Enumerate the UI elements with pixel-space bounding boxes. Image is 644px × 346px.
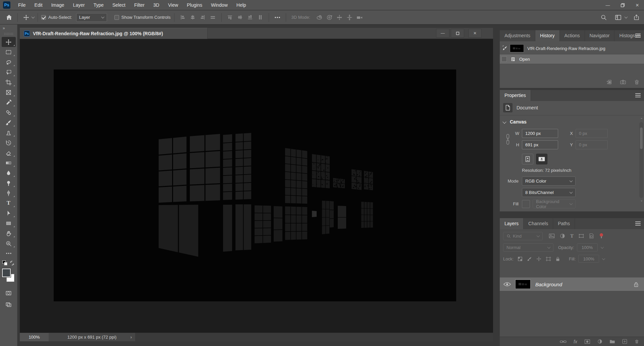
swap-colors-icon[interactable]	[9, 260, 15, 266]
tool-dodge[interactable]	[2, 178, 16, 188]
menu-file[interactable]: File	[14, 0, 30, 10]
menu-3d[interactable]: 3D	[149, 0, 164, 10]
landscape-orientation-button[interactable]	[536, 154, 547, 164]
menu-type[interactable]: Type	[89, 0, 108, 10]
tool-rectangle-shape[interactable]	[2, 218, 16, 228]
align-top-button[interactable]	[225, 12, 235, 22]
tab-channels[interactable]: Channels	[524, 218, 553, 229]
tool-eyedropper[interactable]	[2, 97, 16, 107]
tab-properties[interactable]: Properties	[500, 90, 531, 101]
canvas[interactable]	[54, 69, 456, 301]
move-options-chevron[interactable]	[32, 15, 35, 18]
delete-layer-icon[interactable]	[634, 339, 639, 344]
height-input[interactable]: 691 px	[522, 140, 558, 149]
kind-filter-dropdown[interactable]: Kind	[503, 232, 543, 240]
tool-gradient[interactable]	[2, 158, 16, 168]
history-source-well[interactable]	[501, 56, 507, 62]
layer-row-background[interactable]: Background	[500, 277, 644, 291]
lock-transparent-icon[interactable]	[518, 256, 523, 261]
tool-hand[interactable]	[2, 228, 16, 238]
tool-crop[interactable]	[2, 77, 16, 87]
add-mask-icon[interactable]	[584, 339, 590, 344]
layer-visibility-eye-icon[interactable]	[503, 282, 511, 287]
new-group-icon[interactable]	[609, 339, 615, 344]
menu-filter[interactable]: Filter	[130, 0, 149, 10]
more-align-options-button[interactable]	[272, 12, 282, 22]
toolbar-grip[interactable]	[4, 33, 13, 35]
tool-clone-stamp[interactable]	[2, 128, 16, 138]
scroll-up-icon[interactable]: ⌃	[640, 117, 643, 121]
layer-effects-icon[interactable]: fx	[574, 339, 577, 344]
menu-edit[interactable]: Edit	[30, 0, 47, 10]
link-dimensions-icon[interactable]	[505, 134, 511, 145]
tool-history-brush[interactable]	[2, 138, 16, 148]
align-left-button[interactable]	[178, 12, 188, 22]
menu-image[interactable]: Image	[47, 0, 69, 10]
filter-adjustment-icon[interactable]	[560, 233, 565, 239]
workspace-switcher-button[interactable]	[613, 12, 623, 22]
distribute-v-button[interactable]	[255, 12, 265, 22]
properties-scrollbar[interactable]	[639, 122, 643, 198]
menu-help[interactable]: Help	[232, 0, 251, 10]
portrait-orientation-button[interactable]	[522, 154, 533, 164]
tool-brush[interactable]	[2, 117, 16, 128]
filter-image-icon[interactable]	[549, 233, 555, 239]
filter-shape-icon[interactable]	[579, 234, 584, 238]
tab-adjustments[interactable]: Adjustments	[500, 30, 535, 41]
link-layers-icon[interactable]	[560, 340, 567, 344]
align-bottom-button[interactable]	[245, 12, 255, 22]
scroll-down-icon[interactable]: ⌄	[640, 198, 643, 202]
edit-toolbar-button[interactable]	[2, 248, 16, 258]
menu-window[interactable]: Window	[207, 0, 232, 10]
width-input[interactable]: 1200 px	[522, 129, 558, 138]
layer-lock-icon[interactable]	[634, 282, 639, 287]
distribute-h-button[interactable]	[208, 12, 218, 22]
toolbar-collapse-button[interactable]: »	[0, 24, 17, 32]
auto-select-target-dropdown[interactable]: Layer	[76, 13, 107, 22]
tab-paths[interactable]: Paths	[553, 218, 575, 229]
history-state-open[interactable]: Open	[500, 54, 644, 64]
layer-name[interactable]: Background	[535, 282, 562, 287]
layer-thumbnail[interactable]	[515, 280, 531, 289]
filter-type-icon[interactable]: T	[570, 233, 574, 239]
lock-all-icon[interactable]	[555, 256, 560, 261]
document-close-button[interactable]: ✕	[468, 29, 482, 38]
section-collapse-chevron[interactable]	[502, 120, 506, 123]
quick-mask-button[interactable]	[2, 288, 16, 298]
scrollbar-thumb[interactable]	[640, 128, 643, 149]
share-button[interactable]	[631, 12, 641, 22]
search-button[interactable]	[598, 12, 608, 22]
tool-type[interactable]: T	[2, 198, 16, 208]
filter-smart-object-icon[interactable]	[589, 233, 594, 239]
new-snapshot-icon[interactable]	[620, 79, 626, 85]
tool-object-selection[interactable]	[2, 67, 16, 77]
document-minimize-button[interactable]: —	[436, 29, 449, 38]
align-middle-v-button[interactable]	[235, 12, 245, 22]
new-layer-icon[interactable]	[622, 339, 627, 344]
history-brush-source-icon[interactable]	[502, 45, 508, 51]
lock-artboard-icon[interactable]	[546, 256, 551, 261]
show-transform-checkbox[interactable]	[114, 15, 119, 20]
panel-menu-icon[interactable]	[635, 34, 641, 38]
document-info-field[interactable]: 1200 px x 691 px (72 ppi) ›	[49, 333, 135, 341]
align-center-h-button[interactable]	[188, 12, 198, 22]
tool-zoom[interactable]	[2, 238, 16, 248]
tool-blur[interactable]	[2, 168, 16, 178]
menu-view[interactable]: View	[164, 0, 182, 10]
bit-depth-dropdown[interactable]: 8 Bits/Channel	[522, 188, 576, 197]
home-button[interactable]	[4, 12, 14, 22]
document-tab[interactable]: Ps VfR-Draft-Rendering-Raw Refraction.jp…	[20, 28, 208, 39]
menu-layer[interactable]: Layer	[69, 0, 89, 10]
default-colors-button[interactable]	[2, 260, 8, 266]
auto-select-checkbox[interactable]	[41, 15, 46, 20]
foreground-color-swatch[interactable]	[2, 268, 11, 277]
mode-dropdown[interactable]: RGB Color	[522, 177, 576, 186]
tool-pen[interactable]	[2, 188, 16, 198]
tab-history[interactable]: History	[535, 30, 560, 41]
layers-menu-icon[interactable]	[635, 221, 641, 226]
properties-menu-icon[interactable]	[635, 93, 641, 97]
delete-state-icon[interactable]	[634, 79, 640, 85]
canvas-section-header[interactable]: Canvas	[500, 117, 644, 127]
align-right-button[interactable]	[198, 12, 208, 22]
new-document-from-state-icon[interactable]	[606, 79, 612, 85]
